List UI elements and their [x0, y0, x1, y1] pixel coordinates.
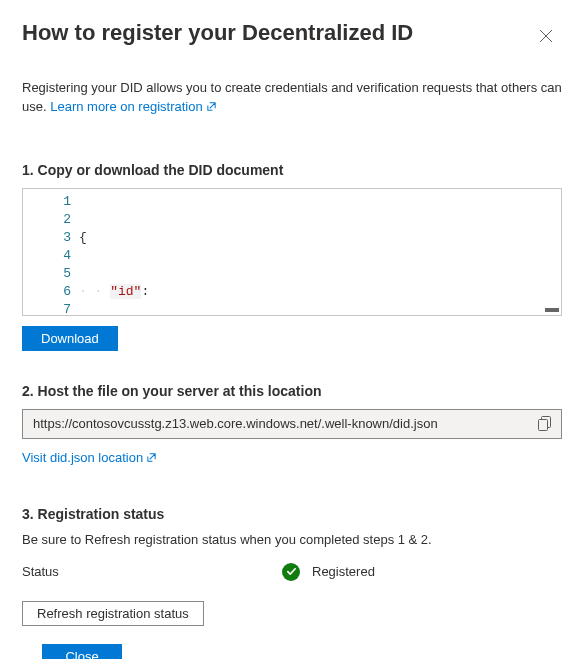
- intro-text: Registering your DID allows you to creat…: [22, 79, 562, 118]
- close-panel-button[interactable]: Close: [42, 644, 122, 659]
- success-icon: [282, 563, 300, 581]
- status-row: Status Registered: [22, 563, 562, 581]
- learn-more-link[interactable]: Learn more on registration: [50, 99, 216, 114]
- svg-rect-1: [538, 420, 547, 431]
- did-document-code[interactable]: 1234567 { · · "id": · · "@context": [ · …: [22, 188, 562, 316]
- status-note: Be sure to Refresh registration status w…: [22, 532, 562, 547]
- learn-more-label: Learn more on registration: [50, 99, 202, 114]
- status-value: Registered: [312, 564, 375, 579]
- copy-button[interactable]: [527, 410, 561, 438]
- register-did-panel: How to register your Decentralized ID Re…: [0, 0, 584, 659]
- step1-section: 1. Copy or download the DID document 123…: [22, 162, 562, 351]
- panel-footer: Close: [22, 644, 562, 659]
- code-body: { · · "id": · · "@context": [ · · · · "h…: [79, 189, 561, 315]
- close-button[interactable]: [530, 20, 562, 52]
- external-link-icon: [146, 451, 157, 466]
- step1-heading: 1. Copy or download the DID document: [22, 162, 562, 178]
- visit-didjson-label: Visit did.json location: [22, 450, 143, 465]
- host-url-input[interactable]: [23, 416, 527, 431]
- panel-title: How to register your Decentralized ID: [22, 20, 413, 46]
- code-gutter: 1234567: [23, 189, 79, 315]
- download-button[interactable]: Download: [22, 326, 118, 351]
- visit-didjson-link[interactable]: Visit did.json location: [22, 450, 157, 465]
- refresh-status-button[interactable]: Refresh registration status: [22, 601, 204, 626]
- step2-heading: 2. Host the file on your server at this …: [22, 383, 562, 399]
- host-url-field: [22, 409, 562, 439]
- close-icon: [539, 29, 553, 43]
- external-link-icon: [206, 99, 217, 118]
- step3-section: 3. Registration status Be sure to Refres…: [22, 506, 562, 626]
- step2-section: 2. Host the file on your server at this …: [22, 383, 562, 466]
- step3-heading: 3. Registration status: [22, 506, 562, 522]
- panel-header: How to register your Decentralized ID: [22, 20, 562, 66]
- status-label: Status: [22, 564, 270, 579]
- copy-icon: [538, 416, 551, 431]
- horizontal-scrollbar-thumb[interactable]: [545, 308, 559, 312]
